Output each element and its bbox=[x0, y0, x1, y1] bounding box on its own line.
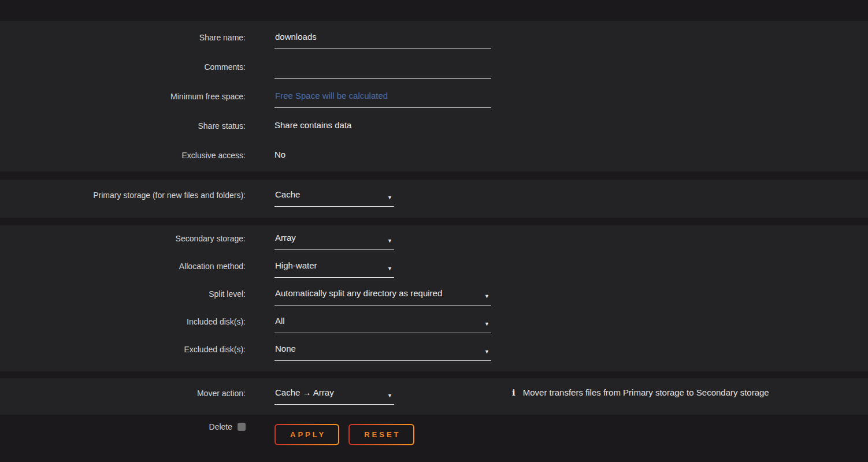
included-disks-value: All bbox=[275, 316, 285, 326]
share-status-value: Share contains data bbox=[275, 120, 491, 131]
row-delete-apply: Delete APPLY RESET bbox=[0, 422, 868, 445]
row-included-disks: Included disk(s): All ▼ bbox=[0, 316, 868, 344]
mover-action-label: Mover action: bbox=[0, 388, 246, 398]
buttons-cell: APPLY RESET bbox=[275, 424, 491, 445]
chevron-down-icon: ▼ bbox=[387, 236, 392, 246]
row-primary-storage: Primary storage (for new files and folde… bbox=[0, 189, 868, 207]
split-level-value: Automatically split any directory as req… bbox=[275, 288, 442, 298]
section-share-basic: Share name: Comments: Minimum free space… bbox=[0, 21, 868, 172]
primary-storage-value: Cache bbox=[275, 189, 300, 199]
section-mover: Mover action: Cache → Array ▼ i Mover tr… bbox=[0, 378, 868, 415]
chevron-down-icon: ▼ bbox=[484, 319, 489, 329]
excluded-disks-select[interactable]: None ▼ bbox=[275, 344, 491, 361]
apply-button[interactable]: APPLY bbox=[275, 424, 339, 445]
section-primary-storage: Primary storage (for new files and folde… bbox=[0, 180, 868, 218]
mover-action-select[interactable]: Cache → Array ▼ bbox=[275, 388, 394, 405]
row-min-free-space: Minimum free space: bbox=[0, 91, 868, 120]
share-name-label: Share name: bbox=[0, 32, 246, 43]
primary-storage-select[interactable]: Cache ▼ bbox=[275, 189, 394, 207]
allocation-method-label: Allocation method: bbox=[0, 260, 246, 271]
chevron-down-icon: ▼ bbox=[484, 346, 489, 357]
allocation-method-select[interactable]: High-water ▼ bbox=[275, 260, 394, 278]
row-secondary-storage: Secondary storage: Array ▼ bbox=[0, 233, 868, 260]
row-share-status: Share status: Share contains data bbox=[0, 120, 868, 150]
apply-button-label: APPLY bbox=[276, 425, 338, 444]
split-level-label: Split level: bbox=[0, 288, 246, 299]
comments-input[interactable] bbox=[275, 61, 491, 79]
chevron-down-icon: ▼ bbox=[387, 390, 392, 401]
section-secondary-storage: Secondary storage: Array ▼ Allocation me… bbox=[0, 225, 868, 371]
chevron-down-icon: ▼ bbox=[484, 291, 489, 301]
reset-button-label: RESET bbox=[350, 425, 413, 444]
row-split-level: Split level: Automatically split any dir… bbox=[0, 288, 868, 316]
split-level-select[interactable]: Automatically split any directory as req… bbox=[275, 288, 491, 305]
row-allocation-method: Allocation method: High-water ▼ bbox=[0, 260, 868, 288]
secondary-storage-label: Secondary storage: bbox=[0, 233, 246, 244]
exclusive-access-label: Exclusive access: bbox=[0, 150, 246, 161]
share-name-input[interactable] bbox=[275, 32, 491, 49]
delete-cell: Delete bbox=[0, 422, 246, 431]
section-divider bbox=[0, 172, 868, 180]
chevron-down-icon: ▼ bbox=[387, 192, 392, 203]
secondary-storage-select[interactable]: Array ▼ bbox=[275, 233, 394, 250]
section-divider bbox=[0, 218, 868, 225]
section-divider bbox=[0, 371, 868, 378]
mover-action-value: Cache → Array bbox=[275, 388, 334, 397]
min-free-space-input[interactable] bbox=[275, 91, 491, 108]
row-comments: Comments: bbox=[0, 61, 868, 91]
top-bar bbox=[0, 0, 868, 21]
min-free-space-label: Minimum free space: bbox=[0, 91, 246, 102]
included-disks-select[interactable]: All ▼ bbox=[275, 316, 491, 333]
row-share-name: Share name: bbox=[0, 32, 868, 61]
share-status-label: Share status: bbox=[0, 120, 246, 131]
delete-label: Delete bbox=[209, 422, 232, 431]
excluded-disks-value: None bbox=[275, 344, 296, 353]
mover-info: i Mover transfers files from Primary sto… bbox=[512, 388, 769, 398]
allocation-method-value: High-water bbox=[275, 260, 317, 270]
info-icon: i bbox=[512, 388, 515, 398]
included-disks-label: Included disk(s): bbox=[0, 316, 246, 327]
chevron-down-icon: ▼ bbox=[387, 263, 392, 274]
mover-info-text: Mover transfers files from Primary stora… bbox=[523, 388, 769, 397]
primary-storage-label: Primary storage (for new files and folde… bbox=[0, 189, 246, 200]
excluded-disks-label: Excluded disk(s): bbox=[0, 344, 246, 355]
secondary-storage-value: Array bbox=[275, 233, 296, 243]
row-excluded-disks: Excluded disk(s): None ▼ bbox=[0, 344, 868, 371]
exclusive-access-value: No bbox=[275, 150, 491, 160]
footer-actions: Delete APPLY RESET bbox=[0, 415, 868, 462]
comments-label: Comments: bbox=[0, 61, 246, 72]
delete-checkbox[interactable] bbox=[238, 423, 246, 431]
reset-button[interactable]: RESET bbox=[348, 424, 414, 445]
